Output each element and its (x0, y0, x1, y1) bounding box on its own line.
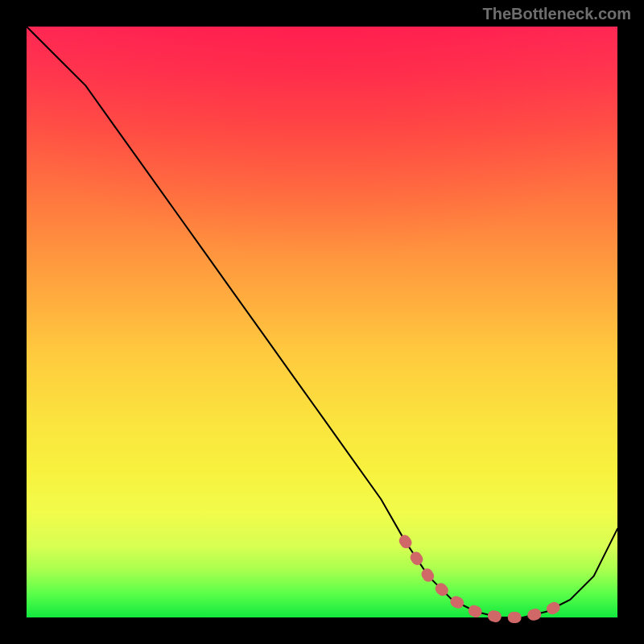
plot-area (27, 27, 617, 617)
highlight-band (405, 541, 571, 617)
chart-container: TheBottleneck.com (0, 0, 644, 644)
chart-svg (27, 27, 617, 617)
main-curve (27, 27, 617, 617)
watermark-text: TheBottleneck.com (483, 5, 631, 23)
